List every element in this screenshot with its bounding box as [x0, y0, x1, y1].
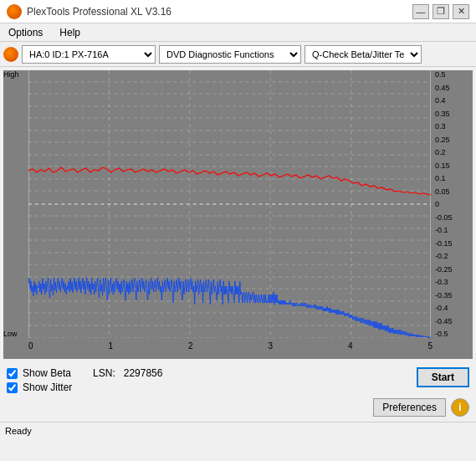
y-label-0: 0 — [435, 200, 439, 208]
y-label-n015: -0.15 — [435, 239, 453, 248]
app-title: PlexTools Professional XL V3.16 — [27, 6, 171, 18]
drive-icon — [3, 47, 18, 62]
chart-high-label: High — [3, 70, 19, 79]
y-label-p015: 0.15 — [435, 161, 450, 170]
y-label-n035: -0.35 — [435, 291, 453, 300]
show-jitter-row: Show Jitter — [7, 382, 162, 393]
y-label-p045: 0.45 — [435, 84, 450, 92]
window-controls[interactable]: — ❐ ✕ — [412, 4, 469, 19]
x-label-3: 3 — [268, 341, 273, 351]
menubar: Options Help — [0, 23, 476, 42]
show-jitter-checkbox[interactable] — [7, 382, 18, 393]
y-label-p02: 0.2 — [435, 148, 446, 156]
title-bar-left: PlexTools Professional XL V3.16 — [7, 4, 171, 19]
menu-options[interactable]: Options — [5, 25, 46, 40]
y-label-n02: -0.2 — [435, 252, 448, 260]
show-beta-row: Show Beta LSN: 2297856 — [7, 367, 162, 379]
restore-button[interactable]: ❐ — [432, 4, 449, 19]
drive-select[interactable]: HA:0 ID:1 PX-716A — [22, 45, 156, 64]
y-label-n025: -0.25 — [435, 265, 453, 274]
status-text: Ready — [5, 426, 32, 436]
chart-svg — [28, 70, 431, 338]
preferences-button[interactable]: Preferences — [373, 398, 446, 417]
show-beta-checkbox[interactable] — [7, 368, 18, 379]
y-label-n005: -0.05 — [435, 213, 453, 222]
menu-help[interactable]: Help — [56, 25, 84, 40]
y-label-p04: 0.4 — [435, 96, 446, 105]
title-bar: PlexTools Professional XL V3.16 — ❐ ✕ — [0, 0, 476, 23]
function-select[interactable]: DVD Diagnostic Functions — [159, 45, 301, 64]
y-label-p035: 0.35 — [435, 110, 450, 118]
status-bar: Ready — [0, 422, 476, 438]
y-label-n045: -0.45 — [435, 317, 453, 325]
x-label-2: 2 — [188, 341, 193, 351]
show-beta-label: Show Beta — [23, 367, 71, 379]
y-label-n05: -0.5 — [435, 330, 448, 338]
show-jitter-label: Show Jitter — [23, 382, 72, 393]
chart-low-label: Low — [3, 330, 18, 338]
bottom-panel: Show Beta LSN: 2297856 Show Jitter Start… — [0, 362, 476, 422]
x-label-0: 0 — [28, 341, 33, 351]
y-label-p03: 0.3 — [435, 122, 446, 131]
minimize-button[interactable]: — — [412, 4, 429, 19]
x-label-5: 5 — [427, 341, 432, 351]
app-icon — [7, 4, 22, 19]
y-label-p05: 0.5 — [435, 70, 446, 79]
chart-plot — [28, 70, 431, 338]
x-label-4: 4 — [348, 341, 353, 351]
y-label-p005: 0.05 — [435, 187, 450, 196]
y-label-p01: 0.1 — [435, 174, 446, 182]
lsn-label: LSN: — [93, 367, 115, 379]
y-axis-right: 0.5 0.45 0.4 0.35 0.3 0.25 0.2 0.15 0.1 … — [432, 70, 473, 338]
action-buttons: Start — [417, 367, 469, 387]
y-label-n03: -0.3 — [435, 278, 448, 286]
lsn-value: 2297856 — [124, 367, 163, 379]
y-label-n01: -0.1 — [435, 226, 448, 234]
test-select[interactable]: Q-Check Beta/Jitter Test — [305, 45, 422, 64]
x-label-1: 1 — [108, 341, 113, 351]
start-button[interactable]: Start — [417, 367, 469, 387]
chart-area: High Low — [3, 70, 473, 359]
x-axis: 0 1 2 3 4 5 — [28, 338, 432, 359]
close-button[interactable]: ✕ — [453, 4, 469, 19]
toolbar: HA:0 ID:1 PX-716A DVD Diagnostic Functio… — [0, 42, 476, 67]
info-button[interactable]: i — [451, 398, 469, 417]
y-label-p025: 0.25 — [435, 136, 450, 144]
y-label-n04: -0.4 — [435, 304, 448, 312]
